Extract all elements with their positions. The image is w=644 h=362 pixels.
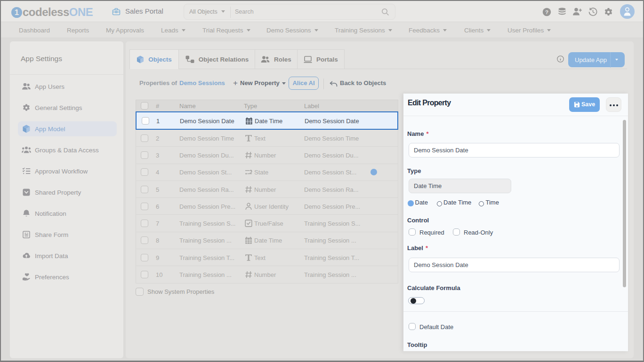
svg-text:?: ?	[545, 9, 548, 15]
